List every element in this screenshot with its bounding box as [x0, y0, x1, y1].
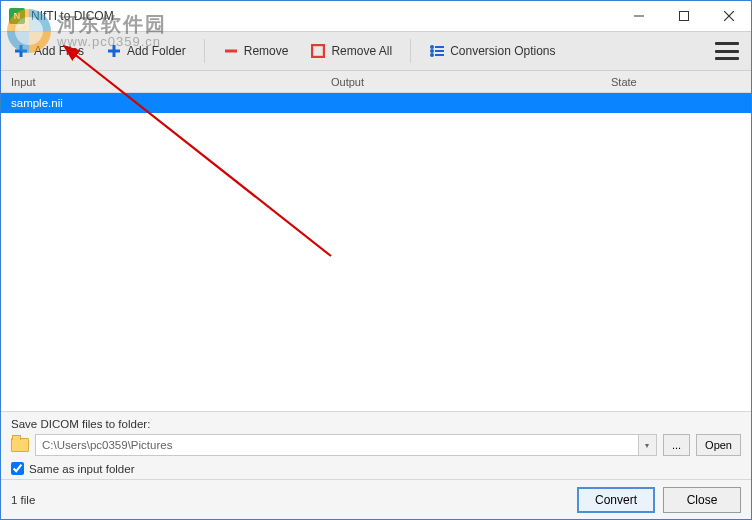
conversion-options-button[interactable]: Conversion Options [425, 39, 559, 63]
toolbar-separator [204, 39, 205, 63]
plus-icon [106, 43, 122, 59]
save-label: Save DICOM files to folder: [11, 418, 741, 430]
plus-icon [13, 43, 29, 59]
remove-button[interactable]: Remove [219, 39, 293, 63]
table-row[interactable]: sample.nii [1, 93, 751, 113]
column-output[interactable]: Output [321, 76, 601, 88]
same-as-input-row[interactable]: Same as input folder [11, 462, 741, 475]
svg-point-12 [430, 49, 434, 53]
remove-all-button[interactable]: Remove All [306, 39, 396, 63]
remove-label: Remove [244, 44, 289, 58]
save-path-input[interactable] [35, 434, 639, 456]
maximize-icon [679, 11, 689, 21]
add-files-label: Add Files [34, 44, 84, 58]
menu-button[interactable] [715, 42, 739, 60]
close-button[interactable]: Close [663, 487, 741, 513]
row-input-cell: sample.nii [11, 97, 63, 109]
remove-all-icon [310, 43, 326, 59]
save-panel: Save DICOM files to folder: ▾ ... Open S… [1, 411, 751, 479]
app-icon: N [9, 8, 25, 24]
titlebar: N NIfTI to DICOM [1, 1, 751, 31]
toolbar: Add Files Add Folder Remove Remove All [1, 31, 751, 71]
file-list[interactable]: sample.nii [1, 93, 751, 411]
convert-button[interactable]: Convert [577, 487, 655, 513]
toolbar-separator [410, 39, 411, 63]
add-files-button[interactable]: Add Files [9, 39, 88, 63]
open-folder-button[interactable]: Open [696, 434, 741, 456]
column-input[interactable]: Input [1, 76, 321, 88]
minimize-icon [634, 11, 644, 21]
folder-icon [11, 438, 29, 452]
footer: 1 file Convert Close [1, 479, 751, 519]
status-text: 1 file [11, 494, 569, 506]
window-controls [616, 1, 751, 31]
svg-rect-9 [312, 45, 324, 57]
svg-rect-1 [679, 12, 688, 21]
remove-all-label: Remove All [331, 44, 392, 58]
column-state[interactable]: State [601, 76, 751, 88]
browse-button[interactable]: ... [663, 434, 690, 456]
same-as-input-label: Same as input folder [29, 463, 134, 475]
window-title: NIfTI to DICOM [31, 9, 616, 23]
conversion-options-label: Conversion Options [450, 44, 555, 58]
path-dropdown[interactable]: ▾ [639, 434, 657, 456]
close-icon [724, 11, 734, 21]
add-folder-label: Add Folder [127, 44, 186, 58]
svg-point-10 [430, 45, 434, 49]
table-header: Input Output State [1, 71, 751, 93]
maximize-button[interactable] [661, 1, 706, 31]
svg-point-14 [430, 53, 434, 57]
add-folder-button[interactable]: Add Folder [102, 39, 190, 63]
same-as-input-checkbox[interactable] [11, 462, 24, 475]
minus-icon [223, 43, 239, 59]
minimize-button[interactable] [616, 1, 661, 31]
hamburger-icon [715, 42, 739, 45]
options-icon [429, 43, 445, 59]
close-window-button[interactable] [706, 1, 751, 31]
